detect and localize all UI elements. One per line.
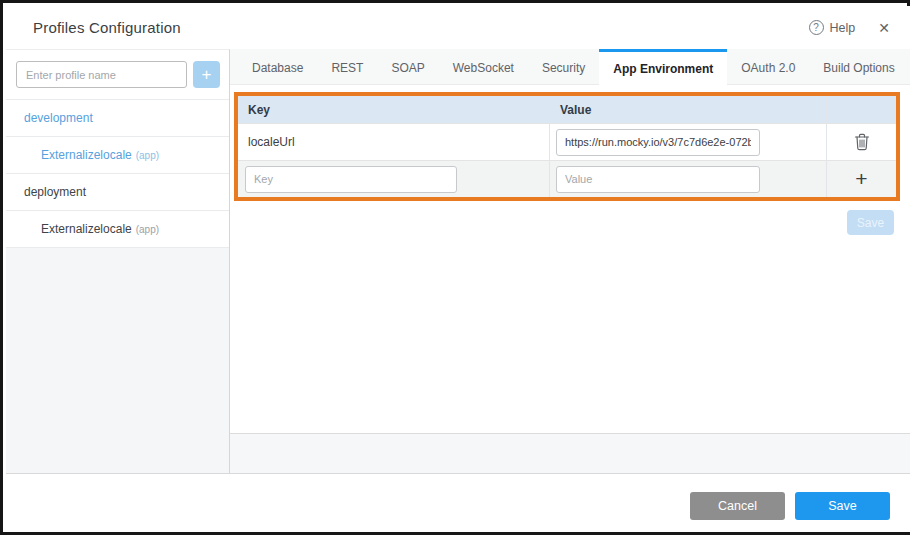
sidebar-item-deployment[interactable]: deployment — [6, 174, 229, 211]
add-profile-button[interactable]: + — [193, 61, 220, 88]
key-cell: localeUrl — [238, 124, 549, 160]
profile-name-input[interactable] — [16, 61, 187, 88]
tab-label: WebSocket — [453, 61, 514, 75]
dialog-footer: Cancel Save — [6, 473, 910, 532]
save-button[interactable]: Save — [795, 492, 890, 520]
column-header-key: Key — [238, 96, 549, 123]
trash-icon — [854, 133, 870, 151]
profile-item-label: development — [24, 111, 93, 125]
highlight-box: Key Value localeUrl — [234, 92, 900, 201]
add-row-button[interactable]: + — [855, 169, 867, 189]
tab-label: SOAP — [391, 61, 424, 75]
profiles-sidebar: + development Externalizelocale (app) de… — [6, 49, 230, 473]
content-footer-strip — [230, 433, 910, 473]
tab-label: Build Options — [823, 61, 894, 75]
sidebar-item-externalizelocale-deployment[interactable]: Externalizelocale (app) — [6, 211, 229, 248]
titlebar: Profiles Configuration ? Help ✕ — [6, 6, 910, 49]
column-header-actions — [826, 96, 896, 123]
profile-item-label: deployment — [24, 185, 86, 199]
profile-item-label: Externalizelocale — [41, 148, 132, 162]
tab-soap[interactable]: SOAP — [377, 49, 438, 84]
tab-label: OAuth 2.0 — [741, 61, 795, 75]
main-panel: Database REST SOAP WebSocket Security Ap… — [230, 49, 910, 473]
table-save-button[interactable]: Save — [847, 210, 894, 235]
tab-label: Security — [542, 61, 585, 75]
dialog-title: Profiles Configuration — [33, 19, 181, 36]
help-icon: ? — [809, 20, 824, 35]
tab-security[interactable]: Security — [528, 49, 599, 84]
profile-item-label: Externalizelocale — [41, 222, 132, 236]
sidebar-item-externalizelocale-development[interactable]: Externalizelocale (app) — [6, 137, 229, 174]
profile-list: development Externalizelocale (app) depl… — [6, 99, 229, 248]
tab-websocket[interactable]: WebSocket — [439, 49, 528, 84]
profiles-configuration-dialog: Profiles Configuration ? Help ✕ + develo… — [0, 0, 910, 535]
value-input[interactable] — [556, 129, 760, 156]
profile-item-suffix: (app) — [136, 150, 159, 161]
tab-rest[interactable]: REST — [317, 49, 377, 84]
new-key-cell — [238, 161, 549, 197]
table-header-row: Key Value — [238, 96, 896, 123]
sidebar-item-development[interactable]: development — [6, 100, 229, 137]
key-text: localeUrl — [248, 135, 295, 149]
close-icon[interactable]: ✕ — [878, 20, 890, 36]
tab-label: App Environment — [613, 62, 713, 76]
tab-app-environment[interactable]: App Environment — [599, 49, 727, 85]
tab-content-app-environment: Key Value localeUrl — [230, 85, 910, 433]
tab-database[interactable]: Database — [238, 49, 317, 84]
tab-build-options[interactable]: Build Options — [809, 49, 908, 84]
new-actions-cell: + — [826, 161, 896, 197]
cancel-button[interactable]: Cancel — [690, 492, 785, 520]
help-button[interactable]: ? Help — [809, 20, 856, 35]
new-value-input[interactable] — [556, 166, 760, 193]
table-new-row: + — [238, 160, 896, 197]
tab-label: Database — [252, 61, 303, 75]
help-label: Help — [830, 21, 856, 35]
tab-label: REST — [331, 61, 363, 75]
new-value-cell — [549, 161, 826, 197]
profile-item-suffix: (app) — [136, 224, 159, 235]
actions-cell — [826, 124, 896, 160]
new-key-input[interactable] — [245, 166, 457, 193]
profile-input-row: + — [6, 50, 229, 99]
tab-bar: Database REST SOAP WebSocket Security Ap… — [230, 49, 910, 85]
env-variables-table: Key Value localeUrl — [238, 96, 896, 197]
titlebar-actions: ? Help ✕ — [809, 20, 890, 36]
column-header-value: Value — [549, 96, 826, 123]
tab-oauth[interactable]: OAuth 2.0 — [727, 49, 809, 84]
table-row: localeUrl — [238, 123, 896, 160]
delete-row-button[interactable] — [854, 133, 870, 151]
value-cell — [549, 124, 826, 160]
